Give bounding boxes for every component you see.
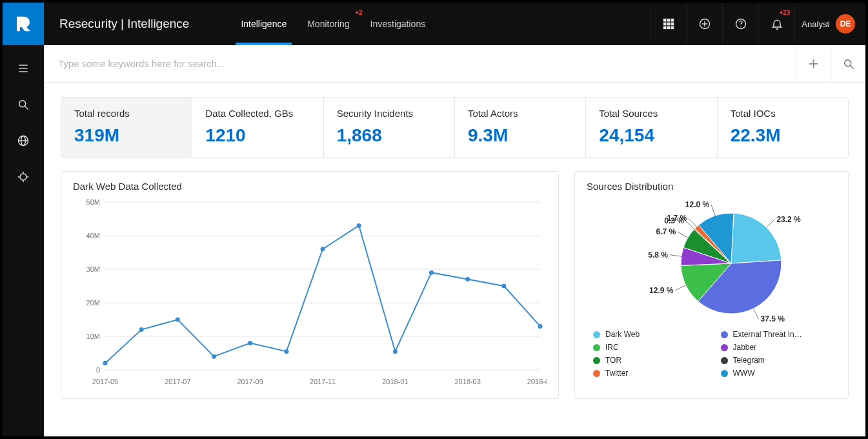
legend-item: Jabber bbox=[721, 343, 831, 352]
legend-swatch bbox=[593, 370, 600, 377]
svg-rect-5 bbox=[671, 23, 673, 25]
globe-icon bbox=[17, 134, 30, 147]
main: + Total records319MData Collected, GBs12… bbox=[44, 45, 865, 436]
stat-value: 1,868 bbox=[337, 125, 441, 146]
apps-grid-button[interactable] bbox=[650, 3, 686, 45]
stat-label: Data Collected, GBs bbox=[205, 108, 310, 119]
svg-rect-7 bbox=[667, 26, 669, 28]
primary-nav: IntelligenceMonitoring+2Investigations bbox=[230, 3, 436, 45]
svg-point-17 bbox=[19, 101, 26, 107]
legend-swatch bbox=[721, 370, 728, 377]
panel-title: Dark Web Data Collected bbox=[73, 181, 547, 192]
stat-label: Total Sources bbox=[599, 108, 703, 119]
svg-point-57 bbox=[429, 271, 434, 275]
search-submit-button[interactable] bbox=[831, 45, 865, 82]
svg-point-53 bbox=[284, 349, 288, 354]
svg-point-27 bbox=[844, 59, 851, 66]
legend-swatch bbox=[593, 331, 600, 338]
stat-card: Security Incidents1,868 bbox=[324, 97, 455, 158]
legend-label: IRC bbox=[605, 343, 619, 352]
svg-point-13 bbox=[740, 26, 741, 27]
svg-text:37.5 %: 37.5 % bbox=[760, 314, 785, 323]
panels: Dark Web Data Collected 010M20M30M40M50M… bbox=[61, 171, 849, 399]
stat-card: Total Sources24,154 bbox=[586, 97, 717, 158]
svg-line-18 bbox=[25, 107, 28, 110]
panel-dark-web: Dark Web Data Collected 010M20M30M40M50M… bbox=[61, 171, 559, 399]
svg-line-67 bbox=[669, 255, 681, 257]
left-rail bbox=[3, 45, 44, 436]
svg-line-75 bbox=[711, 205, 715, 216]
svg-text:23.2 %: 23.2 % bbox=[776, 215, 801, 224]
crosshair-icon bbox=[17, 170, 30, 183]
svg-rect-1 bbox=[667, 19, 669, 21]
nav-item-intelligence[interactable]: Intelligence bbox=[230, 3, 297, 45]
legend-label: Telegram bbox=[733, 356, 765, 365]
body: + Total records319MData Collected, GBs12… bbox=[3, 45, 865, 436]
svg-point-59 bbox=[501, 284, 506, 289]
stat-label: Security Incidents bbox=[337, 108, 441, 119]
svg-text:40M: 40M bbox=[86, 232, 100, 240]
svg-line-61 bbox=[766, 220, 774, 228]
topbar-actions: +23 Analyst DE bbox=[650, 3, 865, 45]
nav-item-monitoring[interactable]: Monitoring+2 bbox=[297, 3, 359, 45]
help-icon bbox=[734, 17, 747, 30]
svg-line-28 bbox=[850, 65, 853, 68]
svg-point-49 bbox=[139, 327, 144, 332]
stat-value: 319M bbox=[74, 125, 179, 146]
pie-chart: 23.2 %37.5 %12.9 %5.8 %6.7 %0.3 %1.7 %12… bbox=[587, 196, 836, 380]
svg-text:12.0 %: 12.0 % bbox=[685, 200, 709, 209]
rail-target-button[interactable] bbox=[3, 159, 44, 195]
stat-card: Total IOCs22.3M bbox=[718, 97, 848, 158]
svg-point-55 bbox=[357, 223, 361, 228]
svg-rect-2 bbox=[671, 19, 673, 21]
stat-label: Total IOCs bbox=[731, 108, 835, 119]
svg-text:2018-05: 2018-05 bbox=[527, 378, 547, 385]
svg-text:2017-11: 2017-11 bbox=[310, 378, 336, 385]
legend-item: Twitter bbox=[593, 369, 703, 378]
svg-rect-8 bbox=[671, 26, 673, 28]
legend-swatch bbox=[721, 357, 728, 364]
stat-card: Total records319M bbox=[61, 97, 192, 158]
svg-text:2017-09: 2017-09 bbox=[237, 378, 263, 385]
svg-rect-3 bbox=[663, 23, 665, 25]
legend-item: WWW bbox=[721, 369, 831, 378]
svg-text:2018-01: 2018-01 bbox=[382, 378, 408, 385]
panel-title: Sources Distribution bbox=[587, 181, 836, 192]
rail-menu-button[interactable] bbox=[3, 50, 44, 87]
search-icon bbox=[842, 57, 855, 70]
svg-point-60 bbox=[538, 324, 543, 329]
legend-label: Dark Web bbox=[605, 330, 640, 339]
svg-line-73 bbox=[689, 218, 696, 227]
notifications-button[interactable]: +23 bbox=[758, 3, 794, 45]
search-add-button[interactable]: + bbox=[796, 45, 831, 82]
svg-point-54 bbox=[321, 247, 325, 251]
svg-text:2018-03: 2018-03 bbox=[454, 378, 480, 385]
rail-globe-button[interactable] bbox=[3, 123, 44, 159]
pie-legend: Dark WebExternal Threat In…IRCJabberTORT… bbox=[587, 330, 836, 380]
search-input[interactable] bbox=[44, 58, 796, 69]
stat-value: 22.3M bbox=[731, 125, 835, 146]
line-chart: 010M20M30M40M50M2017-052017-072017-09201… bbox=[73, 196, 547, 392]
brand-logo[interactable] bbox=[3, 3, 44, 45]
legend-item: Dark Web bbox=[593, 330, 703, 339]
resecurity-logo-icon bbox=[14, 14, 33, 34]
bell-icon bbox=[771, 17, 783, 30]
help-button[interactable] bbox=[722, 3, 758, 45]
stat-label: Total records bbox=[74, 108, 179, 119]
svg-point-50 bbox=[176, 318, 180, 322]
svg-line-71 bbox=[685, 221, 694, 229]
svg-text:2017-07: 2017-07 bbox=[165, 378, 190, 385]
svg-rect-6 bbox=[663, 26, 665, 28]
stats-row: Total records319MData Collected, GBs1210… bbox=[61, 97, 849, 158]
add-button[interactable] bbox=[686, 3, 722, 45]
nav-item-investigations[interactable]: Investigations bbox=[360, 3, 436, 45]
user-role: Analyst bbox=[802, 19, 829, 29]
svg-point-58 bbox=[465, 277, 470, 281]
user-menu[interactable]: Analyst DE bbox=[794, 3, 865, 45]
legend-label: WWW bbox=[733, 369, 755, 378]
search-icon bbox=[17, 98, 30, 111]
svg-point-22 bbox=[20, 174, 26, 180]
rail-search-button[interactable] bbox=[3, 87, 44, 123]
topbar: Resecurity | Intelligence IntelligenceMo… bbox=[3, 3, 865, 45]
legend-swatch bbox=[593, 344, 600, 351]
